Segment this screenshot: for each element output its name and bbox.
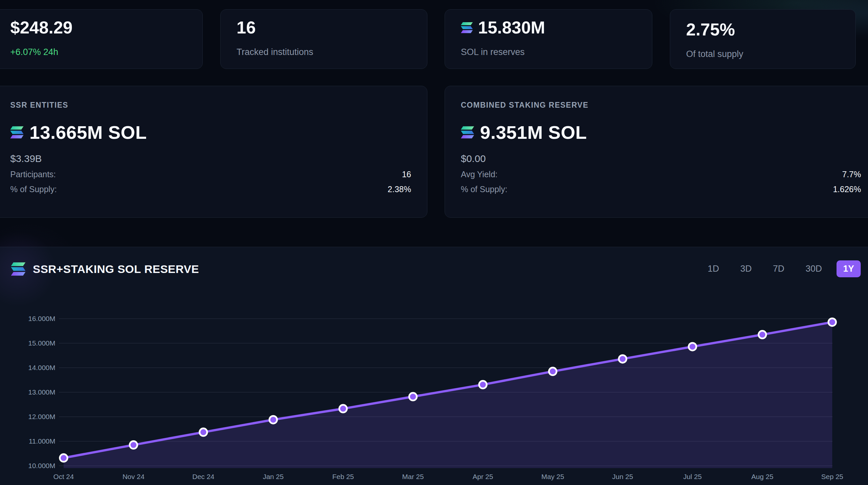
row-value: 16 xyxy=(402,170,411,179)
x-axis-tick: Sep 25 xyxy=(821,473,843,480)
data-point[interactable] xyxy=(409,393,417,400)
range-button-1y[interactable]: 1Y xyxy=(837,261,861,277)
ssr-entities-amount: 13.665M SOL xyxy=(30,122,147,143)
row-label: Participants: xyxy=(10,170,56,179)
data-point[interactable] xyxy=(199,428,207,436)
reserve-chart-section: 10.000M11.000M12.000M13.000M14.000M15.00… xyxy=(0,247,868,485)
tracked-institutions-value: 16 xyxy=(237,18,411,37)
x-axis-tick: Jun 25 xyxy=(612,473,633,480)
row-value: 2.38% xyxy=(388,184,411,194)
supply-share-row: % of Supply: 2.38% xyxy=(10,184,411,194)
panel-title: SSR ENTITIES xyxy=(10,101,411,110)
total-supply-percent-label: Of total supply xyxy=(686,49,839,59)
data-point[interactable] xyxy=(619,355,626,363)
price-change-24h: +6.07% 24h xyxy=(10,47,187,57)
row-value: 7.7% xyxy=(842,170,861,179)
x-axis-tick: May 25 xyxy=(541,473,564,480)
supply-percent-stat-card: 2.75% Of total supply xyxy=(670,9,856,69)
range-button-30d[interactable]: 30D xyxy=(799,261,829,277)
range-button-1d[interactable]: 1D xyxy=(701,261,726,277)
y-axis-tick: 12.000M xyxy=(28,413,55,420)
y-axis-tick: 13.000M xyxy=(28,388,55,396)
solana-icon xyxy=(461,126,474,139)
avg-yield-row: Avg Yield: 7.7% xyxy=(461,170,861,179)
range-button-3d[interactable]: 3D xyxy=(734,261,758,277)
ssr-entities-panel: SSR ENTITIES 13.665M SOL $3.39B Particip… xyxy=(0,86,427,218)
solana-icon xyxy=(461,22,473,33)
x-axis-tick: Mar 25 xyxy=(402,473,424,480)
data-point[interactable] xyxy=(549,368,557,375)
time-range-selector: 1D 3D 7D 30D 1Y xyxy=(701,261,861,277)
data-point[interactable] xyxy=(129,441,137,449)
staking-reserve-usd: $0.00 xyxy=(461,153,861,164)
data-point[interactable] xyxy=(339,405,347,413)
x-axis-tick: Oct 24 xyxy=(53,473,74,480)
data-point[interactable] xyxy=(829,319,836,326)
solana-icon xyxy=(10,126,24,139)
data-point[interactable] xyxy=(759,331,766,339)
range-button-7d[interactable]: 7D xyxy=(766,261,791,277)
row-label: Avg Yield: xyxy=(461,170,498,179)
price-stat-card: $248.29 +6.07% 24h xyxy=(0,9,203,69)
sol-price-value: $248.29 xyxy=(10,18,187,37)
combined-staking-reserve-panel: COMBINED STAKING RESERVE 9.351M SOL $0.0… xyxy=(444,86,868,218)
supply-share-row: % of Supply: 1.626% xyxy=(461,184,861,194)
sol-reserves-stat-card: 15.830M SOL in reserves xyxy=(444,9,652,69)
x-axis-tick: Jul 25 xyxy=(683,473,702,480)
y-axis-tick: 11.000M xyxy=(29,437,55,445)
panel-title: COMBINED STAKING RESERVE xyxy=(461,101,861,110)
area-fill xyxy=(64,322,832,468)
row-value: 1.626% xyxy=(833,184,861,194)
participants-row: Participants: 16 xyxy=(10,170,411,179)
data-point[interactable] xyxy=(689,343,696,351)
staking-reserve-amount: 9.351M SOL xyxy=(480,122,587,143)
sol-in-reserves-value: 15.830M xyxy=(478,18,545,37)
x-axis-tick: Apr 25 xyxy=(473,473,493,480)
data-point[interactable] xyxy=(479,381,487,389)
x-axis-tick: Aug 25 xyxy=(751,473,774,480)
y-axis-tick: 10.000M xyxy=(28,462,55,469)
solana-icon xyxy=(11,262,26,276)
row-label: % of Supply: xyxy=(10,184,57,194)
tracked-institutions-label: Tracked institutions xyxy=(237,47,411,57)
x-axis-tick: Feb 25 xyxy=(332,473,354,480)
institutions-stat-card: 16 Tracked institutions xyxy=(220,9,427,69)
x-axis-tick: Dec 24 xyxy=(192,473,215,480)
x-axis-tick: Nov 24 xyxy=(123,473,145,480)
row-label: % of Supply: xyxy=(461,184,507,194)
data-point[interactable] xyxy=(60,454,68,462)
x-axis-tick: Jan 25 xyxy=(263,473,284,480)
chart-title: SSR+STAKING SOL RESERVE xyxy=(33,263,199,276)
data-point[interactable] xyxy=(269,416,277,423)
reserve-area-chart: 10.000M11.000M12.000M13.000M14.000M15.00… xyxy=(0,247,868,485)
ssr-entities-usd: $3.39B xyxy=(10,153,411,164)
total-supply-percent-value: 2.75% xyxy=(686,20,839,39)
sol-in-reserves-label: SOL in reserves xyxy=(461,47,636,57)
y-axis-tick: 14.000M xyxy=(28,364,55,371)
y-axis-tick: 15.000M xyxy=(28,339,55,347)
y-axis-tick: 16.000M xyxy=(28,315,55,322)
